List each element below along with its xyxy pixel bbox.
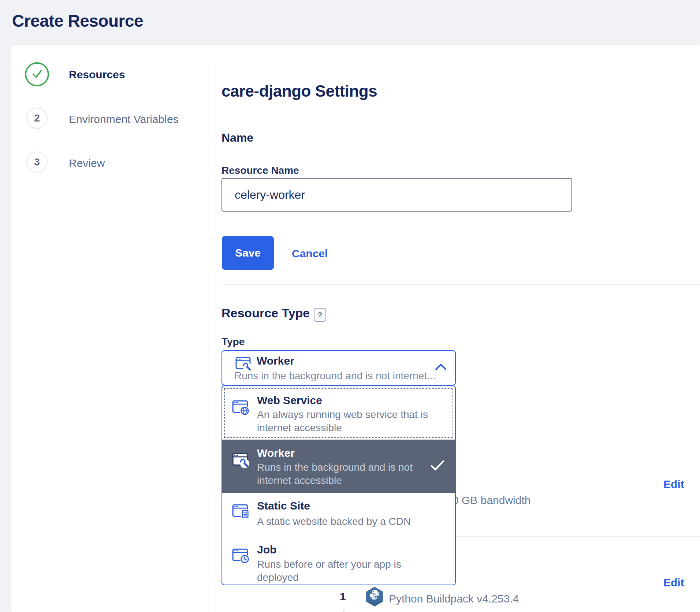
chevron-up-icon: [435, 363, 447, 373]
cancel-button[interactable]: Cancel: [292, 247, 328, 260]
bandwidth-text: 0 GB bandwidth: [453, 494, 530, 507]
option-description: Runs before or after your app is deploye…: [257, 558, 411, 584]
edit-plan-link[interactable]: Edit: [663, 478, 684, 490]
option-title: Worker: [257, 447, 295, 459]
resource-name-input[interactable]: [221, 178, 572, 212]
option-static-site[interactable]: Static Site A static website backed by a…: [222, 493, 455, 539]
selected-type-title: Worker: [257, 355, 294, 367]
static-site-icon: [232, 504, 250, 521]
create-resource-page: Create Resource Resources 2 Environment …: [0, 0, 700, 612]
name-section-heading: Name: [221, 131, 253, 145]
option-web-service[interactable]: Web Service An always running web servic…: [222, 386, 455, 440]
settings-heading: care-django Settings: [221, 82, 377, 100]
selected-type-subtitle: Runs in the background and is not intern…: [234, 370, 435, 382]
resource-type-dropdown: Web Service An always running web servic…: [221, 385, 456, 585]
resource-name-label: Resource Name: [221, 165, 299, 176]
section-divider: [221, 284, 700, 285]
page-title: Create Resource: [12, 11, 143, 31]
option-job[interactable]: Job Runs before or after your app is dep…: [222, 539, 455, 585]
sidebar-item-review[interactable]: Review: [69, 157, 105, 169]
buildpack-label: Python Buildpack v4.253.4: [389, 593, 519, 605]
option-description: A static website backed by a CDN: [257, 515, 447, 528]
option-description: Runs in the background and is not intern…: [257, 461, 429, 487]
option-description: An always running web service that is in…: [257, 408, 440, 434]
resource-type-select[interactable]: Worker Runs in the background and is not…: [221, 350, 456, 385]
help-icon[interactable]: ?: [314, 308, 326, 322]
step-3-number: 3: [34, 156, 40, 168]
option-worker-selected[interactable]: Worker Runs in the background and is not…: [222, 440, 455, 493]
sidebar-item-resources[interactable]: Resources: [69, 68, 125, 81]
option-title: Web Service: [257, 394, 322, 407]
step-2-number: 2: [34, 112, 40, 124]
sidebar-divider: [209, 61, 209, 612]
save-button[interactable]: Save: [222, 236, 274, 270]
step-1-complete-circle: [25, 62, 49, 86]
python-buildpack-icon: [366, 586, 383, 608]
check-icon: [30, 67, 44, 82]
selected-check-icon: [430, 460, 445, 473]
resource-type-heading: Resource Type: [221, 306, 310, 320]
build-step-number: 1: [340, 590, 346, 603]
type-label: Type: [221, 336, 245, 348]
web-service-icon: [232, 400, 250, 417]
option-title: Static Site: [257, 500, 310, 512]
option-title: Job: [257, 544, 276, 556]
sidebar-item-environment-variables[interactable]: Environment Variables: [69, 113, 179, 126]
timeline-connector: [343, 609, 345, 612]
job-icon: [232, 548, 250, 565]
edit-build-link[interactable]: Edit: [663, 576, 684, 589]
worker-icon: [232, 453, 250, 470]
step-3-circle: 3: [26, 152, 48, 173]
step-2-circle: 2: [26, 108, 48, 129]
